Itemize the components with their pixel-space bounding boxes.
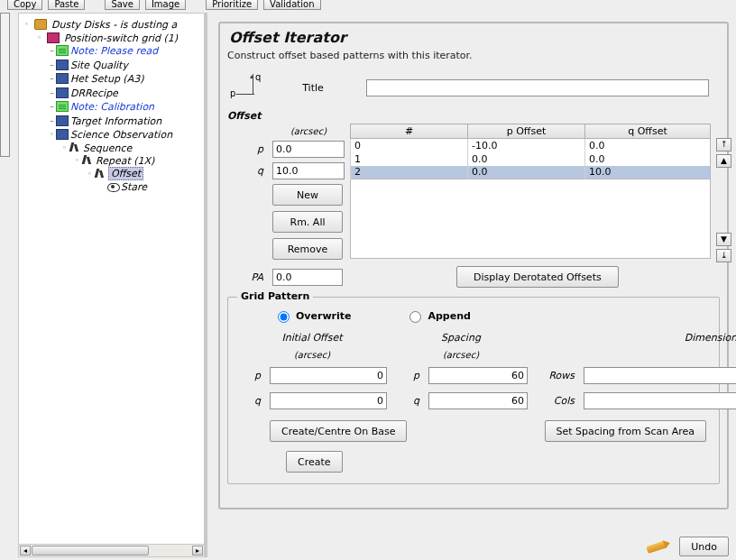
pencil-icon [645,537,672,556]
spacing-q-input[interactable] [428,392,528,409]
prioritize-button[interactable]: Prioritize [206,0,258,10]
move-top-button[interactable]: ⤒ [716,138,731,151]
p-input[interactable] [272,141,345,158]
cell-index: 0 [351,139,468,152]
cell-p: 0.0 [468,166,585,179]
cell-q: 10.0 [585,166,711,179]
scroll-right-icon[interactable]: ▸ [192,546,203,555]
offset-iterator-panel: Offset Iterator Construct offset based p… [218,22,729,510]
tree-item[interactable]: Position-switch grid (1) [64,32,178,43]
table-empty-area[interactable] [350,179,711,259]
tree-item-offset[interactable]: Offset [108,167,143,180]
overwrite-label: Overwrite [296,310,351,322]
grid-icon [47,32,60,43]
validation-button[interactable]: Validation [263,0,320,10]
offset-table[interactable]: # p Offset q Offset 0-10.00.010.00.020.0… [350,124,711,179]
new-button[interactable]: New [272,184,343,206]
tree-item-stare[interactable]: Stare [121,181,147,193]
arcsec-label: (arcsec) [272,126,345,136]
tree-item[interactable]: Note: Please read [70,45,158,57]
append-radio[interactable]: Append [405,308,470,323]
spacing-p-label: p [394,370,421,381]
tree-hscrollbar[interactable]: ◂ ▸ [18,544,205,557]
set-spacing-scan-button[interactable]: Set Spacing from Scan Area [545,420,706,442]
table-row[interactable]: 10.00.0 [351,152,711,166]
move-down-button[interactable]: ▼ [716,233,731,246]
dimensions-heading: Dimensions [535,332,736,344]
tree-item[interactable]: DRRecipe [70,87,118,98]
table-row[interactable]: 20.010.0 [351,166,711,179]
cell-p: -10.0 [468,139,585,152]
title-input[interactable] [366,79,709,96]
initial-p-input[interactable] [270,367,387,384]
note-icon [56,101,69,112]
tree-item[interactable]: Science Observation [70,129,172,141]
grid-p-label: p [237,370,262,381]
cols-input[interactable] [584,392,736,409]
create-button[interactable]: Create [286,451,343,473]
tree-leaf-icon: – [48,74,56,83]
undo-button[interactable]: Undo [679,537,729,556]
tree-expand-icon[interactable]: ◦ [35,33,43,42]
tree-item[interactable]: Target Information [70,115,161,126]
spacing-p-input[interactable] [428,367,528,384]
tree-leaf-icon: ◦ [48,130,56,139]
tree[interactable]: ◦ Dusty Disks - is dusting a ◦ Position-… [18,13,205,544]
tree-root[interactable]: Dusty Disks - is dusting a [51,19,177,31]
main-panel: Offset Iterator Construct offset based p… [213,13,731,528]
tree-leaf-icon: – [48,102,56,111]
cube-icon [56,87,69,98]
move-up-button[interactable]: ▲ [716,154,731,168]
footer: Undo [645,537,729,556]
q-input[interactable] [272,162,345,179]
initial-arcsec-label: (arcsec) [237,350,387,360]
display-derotated-button[interactable]: Display Derotated Offsets [456,266,619,288]
reorder-controls: ⤒ ▲ ▼ ⤓ [716,124,734,262]
remove-button[interactable]: Remove [272,238,343,260]
tree-item-sequence[interactable]: Sequence [83,142,132,153]
scroll-thumb[interactable] [32,546,149,555]
create-centre-button[interactable]: Create/Centre On Base [270,420,407,442]
sequence-icon [69,142,81,153]
tree-leaf-icon: – [48,60,56,69]
tree-expand-icon[interactable]: ◦ [73,156,81,165]
tree-item[interactable]: Note: Calibration [70,101,154,113]
col-q-offset[interactable]: q Offset [585,124,711,139]
cube-icon [56,115,69,126]
image-button[interactable]: Image [145,0,186,10]
save-button[interactable]: Save [105,0,140,10]
tree-expand-icon[interactable]: ◦ [86,170,94,179]
tree-expand-icon[interactable]: ◦ [23,20,31,29]
initial-q-input[interactable] [270,392,387,409]
tree-expand-icon[interactable]: ◦ [60,143,69,152]
col-p-offset[interactable]: p Offset [468,124,585,139]
tree-item[interactable]: Het Setup (A3) [70,73,143,85]
rows-input[interactable] [584,367,736,384]
p-label: p [227,143,267,155]
remove-all-button[interactable]: Rm. All [272,211,343,233]
paste-button[interactable]: Paste [48,0,85,10]
offset-table-wrap: # p Offset q Offset 0-10.00.010.00.020.0… [350,124,711,262]
move-bottom-button[interactable]: ⤓ [716,249,731,262]
offset-icon [94,169,106,179]
append-label: Append [428,310,470,322]
overwrite-radio[interactable]: Overwrite [273,308,351,323]
cell-q: 0.0 [585,152,711,166]
cell-index: 1 [351,152,468,166]
copy-button[interactable]: Copy [7,0,42,10]
pa-label: PA [227,271,267,283]
table-row[interactable]: 0-10.00.0 [351,139,711,152]
repeat-icon [81,155,94,166]
left-edge-panel [0,13,10,157]
pa-input[interactable] [272,269,343,286]
col-index[interactable]: # [351,124,468,139]
tree-item-repeat[interactable]: Repeat (1X) [96,155,154,167]
scroll-left-icon[interactable]: ◂ [20,546,31,555]
cell-p: 0.0 [468,152,585,166]
append-radio-input[interactable] [409,311,421,323]
tree-item[interactable]: Site Quality [70,59,128,70]
spacing-arcsec-label: (arcsec) [394,350,528,360]
toolbar: Copy Paste Save Image Prioritize Validat… [0,0,736,13]
overwrite-radio-input[interactable] [278,311,290,323]
title-label: Title [260,82,366,94]
